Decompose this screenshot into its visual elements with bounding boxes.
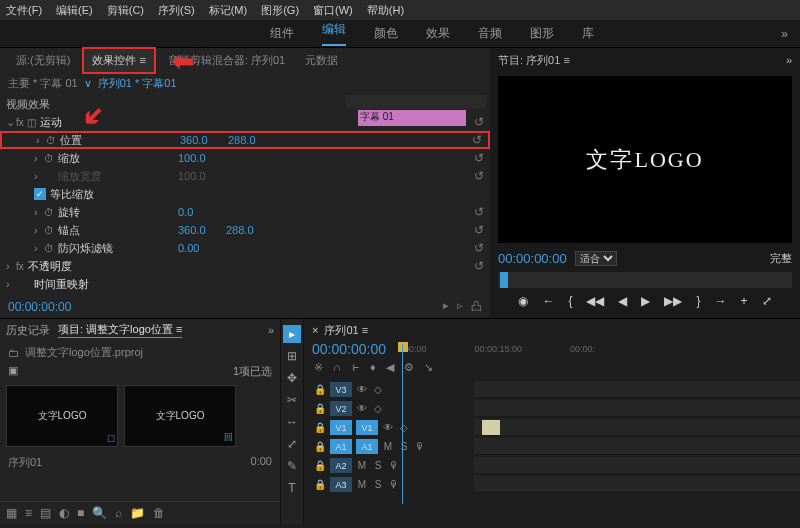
fx-opacity[interactable]: ›fx不透明度↺ (0, 257, 490, 275)
tool-button[interactable]: ↔ (283, 413, 301, 431)
menu-item[interactable]: 窗口(W) (313, 3, 353, 18)
project-tool-icon[interactable]: ▤ (40, 506, 51, 520)
transport-button[interactable]: } (696, 294, 700, 308)
workspace-tab[interactable]: 库 (582, 25, 594, 42)
zoom-select[interactable]: 适合 (575, 251, 617, 266)
eye-icon[interactable]: 👁 (382, 422, 394, 433)
menu-item[interactable]: 图形(G) (261, 3, 299, 18)
reset-icon[interactable]: ↺ (474, 205, 484, 219)
program-timecode[interactable]: 00:00:00:00 (498, 251, 567, 266)
track-label[interactable]: A2 (330, 458, 352, 473)
menu-item[interactable]: 编辑(E) (56, 3, 93, 18)
effect-clip[interactable]: 字幕 01 (358, 110, 466, 126)
menu-item[interactable]: 标记(M) (209, 3, 248, 18)
eye-icon[interactable]: 👁 (356, 403, 368, 414)
audio-track[interactable]: 🔒A1A1MS🎙 (304, 437, 800, 456)
workspace-tab[interactable]: 效果 (426, 25, 450, 42)
timeline-option-icon[interactable]: ♦ (370, 361, 376, 374)
panel-tab[interactable]: 元数据 (297, 49, 346, 72)
timeline-option-icon[interactable]: ⚙ (404, 361, 414, 374)
reset-icon[interactable]: ↺ (472, 133, 482, 147)
property-row[interactable]: ›⏱缩放100.0↺ (0, 149, 490, 167)
workspace-tab[interactable]: 组件 (270, 25, 294, 42)
clip[interactable] (482, 420, 500, 435)
project-tool-icon[interactable]: 🗑 (153, 506, 165, 520)
audio-track[interactable]: 🔒A2MS🎙 (304, 456, 800, 475)
tool-button[interactable]: ⤢ (283, 435, 301, 453)
lock-icon[interactable]: 🔒 (314, 403, 326, 414)
track-label[interactable]: V2 (330, 401, 352, 416)
value-field[interactable]: 100.0 (178, 152, 226, 164)
value-field[interactable]: 0.0 (178, 206, 226, 218)
project-item[interactable]: 文字LOGO☐ (6, 385, 118, 447)
property-row[interactable]: ›⏱位置360.0288.0↺ (0, 131, 490, 149)
seq-name[interactable]: 序列01 (8, 456, 42, 468)
project-tool-icon[interactable]: ■ (77, 506, 84, 520)
value-field[interactable]: 0.00 (178, 242, 226, 254)
tool-button[interactable]: ✂ (283, 391, 301, 409)
track-toggle[interactable]: M (356, 479, 368, 490)
value-field[interactable]: 100.0 (178, 170, 226, 182)
property-row[interactable]: ›⏱防闪烁滤镜0.00↺ (0, 239, 490, 257)
lock-icon[interactable]: 🔒 (314, 479, 326, 490)
track-target[interactable]: V1 (330, 420, 352, 435)
transport-button[interactable]: → (715, 294, 727, 308)
video-track[interactable]: 🔒V2👁◇ (304, 399, 800, 418)
value-field[interactable]: 360.0 (180, 134, 228, 146)
track-label[interactable]: A1 (356, 439, 378, 454)
bin-icon[interactable]: ▣ (8, 364, 18, 379)
reset-icon[interactable]: ↺ (474, 115, 484, 129)
transport-button[interactable]: ⤢ (762, 294, 772, 308)
track-label[interactable]: A3 (330, 477, 352, 492)
lock-icon[interactable]: 🔒 (314, 460, 326, 471)
tool-button[interactable]: ⊞ (283, 347, 301, 365)
value-field[interactable]: 360.0 (178, 224, 226, 236)
workspace-tab[interactable]: 颜色 (374, 25, 398, 42)
effect-tool[interactable]: ▸ (443, 299, 449, 314)
property-row[interactable]: ›⏱锚点360.0288.0↺ (0, 221, 490, 239)
menu-item[interactable]: 序列(S) (158, 3, 195, 18)
stopwatch-icon[interactable]: ⏱ (44, 207, 58, 218)
timeline-ruler[interactable]: 00:00 00:00:15:00 00:00: (396, 344, 792, 354)
property-row[interactable]: ›缩放宽度100.0↺ (0, 167, 490, 185)
project-tool-icon[interactable]: ▦ (6, 506, 17, 520)
project-tool-icon[interactable]: ≡ (25, 506, 32, 520)
transport-button[interactable]: + (741, 294, 748, 308)
workspace-tab[interactable]: 音频 (478, 25, 502, 42)
reset-icon[interactable]: ↺ (474, 259, 484, 273)
transport-button[interactable]: ◉ (518, 294, 528, 308)
panel-tab[interactable]: 项目: 调整文字logo位置 ≡ (58, 322, 182, 338)
checkbox[interactable]: ✓ (34, 188, 46, 200)
reset-icon[interactable]: ↺ (474, 223, 484, 237)
tool-button[interactable]: ✎ (283, 457, 301, 475)
menu-item[interactable]: 文件(F) (6, 3, 42, 18)
reset-icon[interactable]: ↺ (474, 241, 484, 255)
timeline-option-icon[interactable]: ※ (314, 361, 323, 374)
track-toggle[interactable]: 🎙 (414, 441, 426, 452)
menu-item[interactable]: 帮助(H) (367, 3, 404, 18)
audio-track[interactable]: 🔒A3MS🎙 (304, 475, 800, 494)
timeline-option-icon[interactable]: ↘ (424, 361, 433, 374)
lock-icon[interactable]: 🔒 (314, 441, 326, 452)
timeline-option-icon[interactable]: ∩ (333, 361, 341, 374)
project-tool-icon[interactable]: 🔍 (92, 506, 107, 520)
effect-clip-link[interactable]: 序列01 * 字幕01 (98, 76, 177, 91)
video-track[interactable]: 🔒V1V1👁◇ (304, 418, 800, 437)
tool-button[interactable]: ▸ (283, 325, 301, 343)
stopwatch-icon[interactable]: ⏱ (44, 153, 58, 164)
lock-icon[interactable]: 🔒 (314, 422, 326, 433)
track-toggle[interactable]: S (398, 441, 410, 452)
workspace-tab[interactable]: 编辑 (322, 21, 346, 46)
project-tool-icon[interactable]: 📁 (130, 506, 145, 520)
more-icon[interactable]: » (268, 324, 274, 336)
track-toggle[interactable]: 🎙 (388, 479, 400, 490)
transport-button[interactable]: { (568, 294, 572, 308)
program-monitor[interactable]: 文字LOGO (498, 76, 792, 243)
panel-tab[interactable]: 音频剪辑混合器: 序列01 (160, 49, 293, 72)
panel-tab[interactable]: 源:(无剪辑) (8, 49, 78, 72)
fx-timemap[interactable]: ›时间重映射 (0, 275, 490, 293)
sequence-title[interactable]: 序列01 ≡ (324, 323, 368, 338)
timeline-option-icon[interactable]: ◀ (386, 361, 394, 374)
track-toggle[interactable]: M (382, 441, 394, 452)
panel-tab[interactable]: 历史记录 (6, 323, 50, 338)
